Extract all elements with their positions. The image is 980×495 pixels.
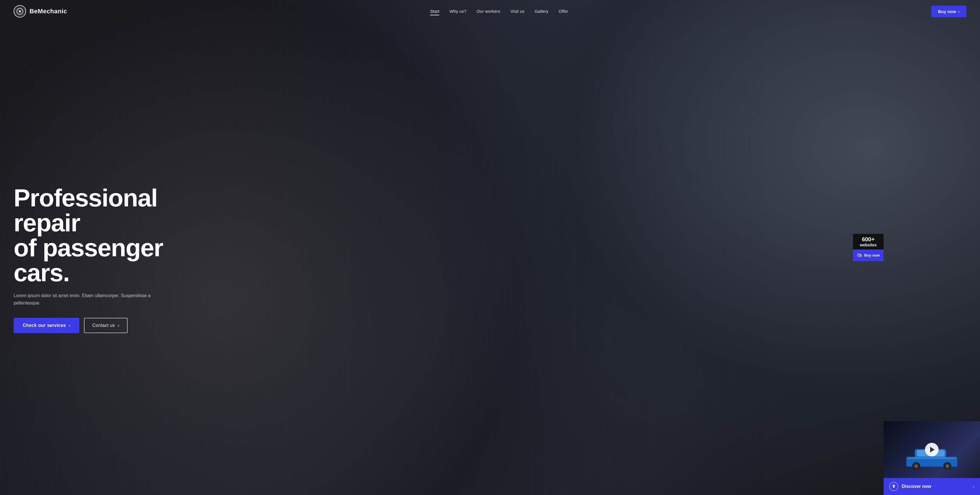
shopping-bag-icon: 🛍: [857, 252, 862, 258]
logo-link[interactable]: BeMechanic: [14, 5, 67, 18]
video-panel[interactable]: [884, 421, 980, 478]
svg-point-9: [945, 464, 950, 468]
discover-arrow-icon: ›: [973, 484, 974, 489]
location-icon: [891, 484, 896, 489]
nav-item-gallery[interactable]: Gallery: [535, 9, 549, 14]
nav-link-start[interactable]: Start: [430, 9, 439, 14]
check-services-label: Check our services: [23, 323, 66, 328]
logo-icon: [14, 5, 26, 18]
nav-item-offer[interactable]: Offer: [558, 9, 568, 14]
svg-point-1: [19, 11, 21, 12]
nav-link-why[interactable]: Why us?: [449, 9, 466, 14]
discover-icon: [889, 482, 898, 491]
nav-links: Start Why us? Our workers Visit us Galle…: [430, 9, 568, 14]
hero-content: Professional repair of passenger cars. L…: [14, 185, 212, 333]
person-overlay: [441, 0, 980, 495]
nav-buy-label: Buy now: [938, 9, 956, 14]
contact-us-button[interactable]: Contact us ›: [84, 318, 128, 333]
nav-item-start[interactable]: Start: [430, 9, 439, 14]
badge-label: websites: [857, 243, 880, 247]
discover-panel[interactable]: Discover now ›: [884, 478, 980, 495]
badge-number: 600+: [857, 236, 880, 243]
badge-buy-label: Buy now: [864, 253, 880, 258]
logo-text: BeMechanic: [30, 8, 67, 15]
svg-point-7: [914, 464, 918, 468]
wrench-icon: [16, 8, 24, 15]
check-services-button[interactable]: Check our services ›: [14, 318, 80, 333]
nav-item-why[interactable]: Why us?: [449, 9, 466, 14]
badge-buy-box[interactable]: 🛍 Buy now: [853, 250, 884, 261]
nav-link-workers[interactable]: Our workers: [477, 9, 500, 14]
hero-title: Professional repair of passenger cars.: [14, 185, 212, 285]
contact-us-label: Contact us: [92, 323, 115, 328]
check-services-arrow-icon: ›: [69, 323, 70, 328]
hero-subtitle: Lorem ipsum dolor sit amet enim. Etiam u…: [14, 292, 155, 306]
side-badge: 600+ websites 🛍 Buy now: [853, 234, 884, 261]
hero-title-line2: of passenger cars.: [14, 234, 163, 286]
hero-buttons: Check our services › Contact us ›: [14, 318, 212, 333]
play-button[interactable]: [925, 443, 939, 457]
right-panels: Discover now ›: [884, 421, 980, 495]
contact-us-arrow-icon: ›: [118, 323, 119, 328]
nav-link-visit[interactable]: Visit us: [511, 9, 524, 14]
nav-link-gallery[interactable]: Gallery: [535, 9, 549, 14]
page-wrapper: BeMechanic Start Why us? Our workers Vis…: [0, 0, 980, 495]
nav-item-workers[interactable]: Our workers: [477, 9, 500, 14]
nav-link-offer[interactable]: Offer: [558, 9, 568, 14]
navbar: BeMechanic Start Why us? Our workers Vis…: [0, 0, 980, 23]
hero-title-line1: Professional repair: [14, 184, 158, 237]
nav-buy-arrow-icon: ›: [958, 10, 959, 14]
svg-rect-10: [908, 458, 956, 459]
discover-label: Discover now: [902, 484, 969, 489]
badge-count-box: 600+ websites: [853, 234, 884, 250]
nav-buy-button[interactable]: Buy now ›: [931, 6, 966, 17]
nav-item-visit[interactable]: Visit us: [511, 9, 524, 14]
